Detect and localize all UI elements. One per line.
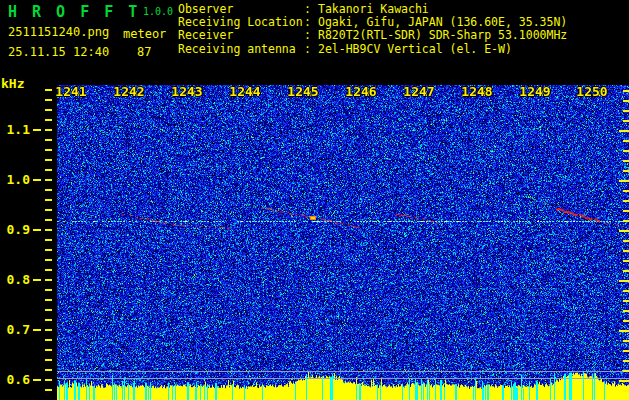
time-label-1245: 1245 — [287, 84, 318, 99]
freq-minor-tick — [45, 339, 52, 341]
freq-major-tick — [33, 229, 41, 231]
freq-minor-tick — [45, 369, 52, 371]
time-label-1249: 1249 — [519, 84, 550, 99]
spectrogram-canvas — [57, 85, 629, 400]
time-label-1250: 1250 — [576, 84, 607, 99]
freq-minor-tick — [45, 309, 52, 311]
app-title: H R O F F T — [8, 3, 140, 21]
info-row-receiver: Receiver:R820T2(RTL-SDR) SDR-Sharp 53.10… — [178, 29, 567, 42]
freq-minor-tick — [45, 329, 52, 331]
app-version: 1.0.0 — [143, 6, 173, 17]
freq-major-tick — [33, 329, 41, 331]
info-label: Receiving antenna — [178, 43, 304, 56]
freq-minor-tick — [45, 109, 52, 111]
freq-minor-tick — [45, 119, 52, 121]
info-separator: : — [304, 29, 318, 42]
info-separator: : — [304, 43, 318, 56]
freq-minor-tick — [45, 179, 52, 181]
station-info: Observer:Takanori Kawachi Receiving Loca… — [178, 3, 567, 56]
info-label: Receiver — [178, 29, 304, 42]
freq-minor-tick — [45, 319, 52, 321]
freq-label-1.1: 1.1 — [0, 122, 30, 137]
freq-minor-tick — [45, 209, 52, 211]
time-label-1242: 1242 — [113, 84, 144, 99]
freq-minor-tick — [45, 389, 52, 391]
freq-minor-tick — [45, 359, 52, 361]
freq-label-0.7: 0.7 — [0, 322, 30, 337]
echo-count: 87 — [137, 45, 151, 59]
freq-label-0.9: 0.9 — [0, 222, 30, 237]
freq-minor-tick — [45, 99, 52, 101]
freq-minor-tick — [45, 269, 52, 271]
freq-minor-tick — [45, 239, 52, 241]
info-value: 2el-HB9CV Vertical (el. E-W) — [318, 43, 512, 56]
time-label-1248: 1248 — [461, 84, 492, 99]
time-label-1241: 1241 — [55, 84, 86, 99]
freq-minor-tick — [45, 259, 52, 261]
freq-major-tick — [33, 279, 41, 281]
time-label-1246: 1246 — [345, 84, 376, 99]
output-filename: 2511151240.png — [8, 25, 109, 39]
freq-minor-tick — [45, 349, 52, 351]
freq-label-0.6: 0.6 — [0, 372, 30, 387]
datetime-label: 25.11.15 12:40 — [8, 45, 109, 59]
freq-minor-tick — [45, 379, 52, 381]
freq-minor-tick — [45, 89, 52, 91]
freq-minor-tick — [45, 129, 52, 131]
freq-minor-tick — [45, 149, 52, 151]
freq-minor-tick — [45, 169, 52, 171]
info-row-antenna: Receiving antenna:2el-HB9CV Vertical (el… — [178, 43, 567, 56]
freq-minor-tick — [45, 159, 52, 161]
freq-major-tick — [33, 129, 41, 131]
freq-minor-tick — [45, 189, 52, 191]
frequency-axis-unit: kHz — [1, 76, 24, 91]
freq-minor-tick — [45, 139, 52, 141]
freq-label-1.0: 1.0 — [0, 172, 30, 187]
freq-minor-tick — [45, 249, 52, 251]
freq-minor-tick — [45, 279, 52, 281]
time-label-1247: 1247 — [403, 84, 434, 99]
info-value: R820T2(RTL-SDR) SDR-Sharp 53.1000MHz — [318, 29, 567, 42]
time-label-1243: 1243 — [171, 84, 202, 99]
freq-minor-tick — [45, 289, 52, 291]
mode-label: meteor — [123, 27, 166, 41]
hrofft-window: H R O F F T 1.0.0 2511151240.png meteor … — [0, 0, 629, 400]
freq-major-tick — [33, 179, 41, 181]
freq-minor-tick — [45, 299, 52, 301]
freq-minor-tick — [45, 219, 52, 221]
freq-minor-tick — [45, 229, 52, 231]
time-label-1244: 1244 — [229, 84, 260, 99]
freq-label-0.8: 0.8 — [0, 272, 30, 287]
freq-minor-tick — [45, 199, 52, 201]
freq-major-tick — [33, 379, 41, 381]
